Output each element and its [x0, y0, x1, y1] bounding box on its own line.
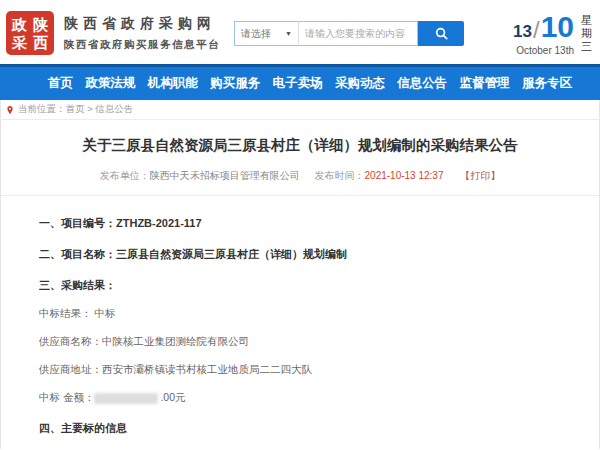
- date-widget: 13 / 10 October 13th 星 期 三: [513, 12, 592, 56]
- date-day: 13: [513, 23, 532, 42]
- nav-item-policies[interactable]: 政策法规: [85, 75, 135, 92]
- section-project-name: 二、项目名称：三原县自然资源局三原县村庄（详细）规划编制: [39, 247, 561, 262]
- amount-label: 中标 金额：: [39, 391, 94, 403]
- section-procurement-result: 三、采购结果：: [39, 278, 561, 293]
- main-nav: 首页 政策法规 机构职能 购买服务 电子卖场 采购动态 信息公告 监督管理 服务…: [0, 64, 600, 100]
- article: 关于三原县自然资源局三原县村庄（详细）规划编制的采购结果公告 发布单位：陕西中天…: [0, 120, 600, 449]
- logo-char: 采: [9, 33, 30, 51]
- amount-line: 中标 金额：.00元: [39, 391, 561, 405]
- search-icon: [435, 27, 448, 40]
- site-name: 陕西省政府采购网: [64, 15, 220, 33]
- publisher-name: 陕西中天禾招标项目管理有限公司: [150, 170, 300, 181]
- nav-item-supervision[interactable]: 监督管理: [460, 75, 510, 92]
- breadcrumb-path[interactable]: 首页 > 信息公告: [66, 103, 134, 116]
- site-subtitle: 陕西省政府购买服务信息平台: [64, 38, 220, 52]
- chevron-down-icon: ▼: [285, 30, 292, 37]
- breadcrumb: 当前位置： 首页 > 信息公告: [0, 100, 600, 120]
- nav-item-functions[interactable]: 机构职能: [148, 75, 198, 92]
- date-slash: /: [533, 18, 540, 42]
- page-title: 关于三原县自然资源局三原县村庄（详细）规划编制的采购结果公告: [1, 136, 599, 155]
- search-select-label: 请选择: [241, 27, 271, 41]
- nav-item-purchase-services[interactable]: 购买服务: [210, 75, 260, 92]
- search-category-select[interactable]: 请选择 ▼: [234, 21, 298, 46]
- page: 政 陕 采 西 陕西省政府采购网 陕西省政府购买服务信息平台 请选择 ▼: [0, 0, 600, 450]
- nav-item-announcements[interactable]: 信息公告: [397, 75, 447, 92]
- nav-item-e-mall[interactable]: 电子卖场: [273, 75, 323, 92]
- search-button[interactable]: [418, 21, 464, 46]
- publish-time-label: 发布时间：: [315, 170, 365, 181]
- address-line: 供应商地址：西安市灞桥镇读书村核工业地质局二二四大队: [39, 363, 561, 377]
- site-logo[interactable]: 政 陕 采 西: [6, 11, 54, 55]
- print-button[interactable]: 【打印】: [460, 170, 500, 181]
- nav-item-home[interactable]: 首页: [48, 75, 73, 92]
- article-body: 一、项目编号：ZTHZB-2021-117 二、项目名称：三原县自然资源局三原县…: [1, 196, 599, 450]
- logo-char: 陕: [30, 15, 51, 33]
- result-line: 中标结果： 中标: [39, 307, 561, 321]
- search-input[interactable]: [298, 21, 418, 46]
- publish-time: 2021-10-13 12:37: [365, 170, 444, 181]
- article-meta: 发布单位：陕西中天禾招标项目管理有限公司 发布时间：2021-10-13 12:…: [1, 169, 599, 183]
- section-project-number: 一、项目编号：ZTHZB-2021-117: [39, 216, 561, 231]
- date-main: 13 / 10 October 13th: [513, 12, 574, 56]
- date-month: 10: [541, 12, 574, 42]
- supplier-line: 供应商名称：中陕核工业集团测绘院有限公司: [39, 335, 561, 349]
- site-titles: 陕西省政府采购网 陕西省政府购买服务信息平台: [64, 15, 220, 52]
- date-english: October 13th: [513, 45, 574, 56]
- location-pin-icon: [6, 106, 14, 114]
- publisher-label: 发布单位：: [100, 170, 150, 181]
- logo-char: 政: [9, 15, 30, 33]
- logo-char: 西: [30, 33, 51, 51]
- breadcrumb-label: 当前位置：: [18, 103, 66, 116]
- redacted-amount: [94, 393, 158, 404]
- nav-item-procurement-news[interactable]: 采购动态: [335, 75, 385, 92]
- amount-suffix: .00元: [160, 391, 185, 403]
- weekday-vertical: 星 期 三: [581, 14, 592, 56]
- section-bid-subject-info: 四、主要标的信息: [39, 421, 561, 436]
- nav-item-service-zone[interactable]: 服务专区: [522, 75, 572, 92]
- site-header: 政 陕 采 西 陕西省政府采购网 陕西省政府购买服务信息平台 请选择 ▼: [0, 0, 600, 64]
- search-bar: 请选择 ▼: [234, 21, 464, 46]
